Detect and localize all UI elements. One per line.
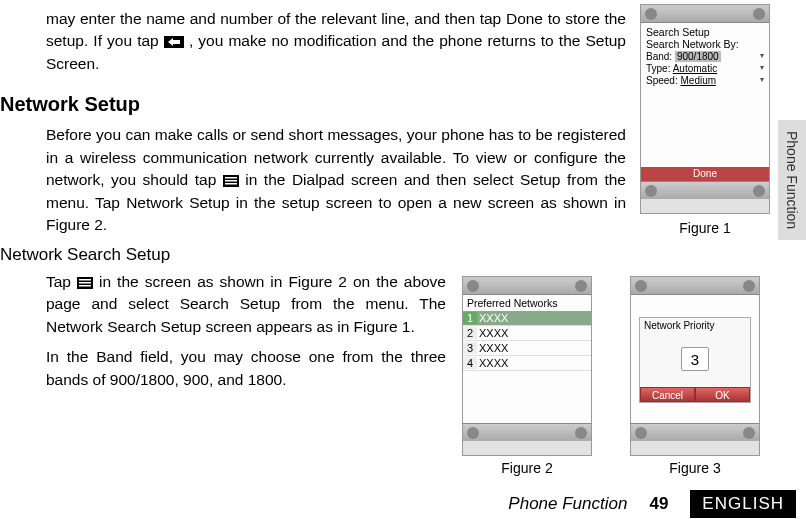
- type-label: Type:: [646, 63, 670, 74]
- band-value: 900/1800: [675, 51, 721, 62]
- speed-value: Medium: [680, 75, 716, 86]
- ss-text-pre: Tap: [46, 273, 77, 290]
- fig1-title: Search Setup: [646, 26, 764, 38]
- type-field[interactable]: Type: Automatic▾: [646, 63, 764, 74]
- intro-paragraph: may enter the name and number of the rel…: [46, 8, 626, 75]
- list-item-value: XXXX: [479, 342, 508, 354]
- dialog-title: Network Priority: [640, 318, 750, 333]
- figure-2-screenshot: Preferred Networks 1XXXX2XXXX3XXXX4XXXX: [462, 276, 592, 456]
- chevron-down-icon: ▾: [760, 51, 764, 60]
- network-priority-dialog: Network Priority 3 Cancel OK: [639, 317, 751, 403]
- fig1-titlebar: [641, 5, 769, 23]
- fig2-bottombar: [463, 423, 591, 441]
- preferred-networks-list: 1XXXX2XXXX3XXXX4XXXX: [463, 311, 591, 371]
- svg-rect-2: [225, 177, 237, 179]
- fig2-body: Preferred Networks 1XXXX2XXXX3XXXX4XXXX: [463, 295, 591, 423]
- svg-rect-8: [79, 285, 91, 287]
- list-item-value: XXXX: [479, 357, 508, 369]
- cancel-button[interactable]: Cancel: [640, 387, 695, 402]
- side-tab: Phone Function: [778, 120, 806, 240]
- footer-page-number: 49: [649, 494, 668, 514]
- band-label: Band:: [646, 51, 672, 62]
- fig2-title: Preferred Networks: [463, 295, 591, 311]
- done-button[interactable]: Done: [641, 167, 769, 181]
- page-footer: Phone Function 49 ENGLISH: [0, 489, 806, 519]
- list-item[interactable]: 1XXXX: [463, 311, 591, 326]
- page: Phone Function may enter the name and nu…: [0, 0, 806, 519]
- fig3-titlebar: [631, 277, 759, 295]
- fig1-body: Search Setup Search Network By: Band: 90…: [641, 23, 769, 181]
- speed-field[interactable]: Speed: Medium▾: [646, 75, 764, 86]
- fig2-titlebar: [463, 277, 591, 295]
- chevron-down-icon: ▾: [760, 63, 764, 72]
- band-field[interactable]: Band: 900/1800▾: [646, 51, 764, 62]
- speed-label: Speed:: [646, 75, 678, 86]
- fig3-body: Network Priority 3 Cancel OK: [631, 295, 759, 423]
- list-item-number: 2: [463, 327, 477, 339]
- list-item-value: XXXX: [479, 312, 508, 324]
- figure-3-screenshot: Network Priority 3 Cancel OK: [630, 276, 760, 456]
- ss-text-post: in the screen as shown in Figure 2 on th…: [46, 273, 446, 335]
- type-value: Automatic: [673, 63, 717, 74]
- list-item-number: 4: [463, 357, 477, 369]
- network-setup-paragraph: Before you can make calls or send short …: [46, 124, 626, 236]
- menu-icon: [223, 175, 239, 187]
- svg-rect-6: [79, 279, 91, 281]
- figure-2-caption: Figure 2: [462, 460, 592, 476]
- svg-rect-3: [225, 180, 237, 182]
- list-item[interactable]: 4XXXX: [463, 356, 591, 371]
- list-item[interactable]: 2XXXX: [463, 326, 591, 341]
- fig1-bottombar: [641, 181, 769, 199]
- list-item-number: 3: [463, 342, 477, 354]
- footer-language: ENGLISH: [690, 490, 796, 518]
- ok-button[interactable]: OK: [695, 387, 750, 402]
- svg-rect-4: [225, 183, 237, 185]
- figure-3-caption: Figure 3: [630, 460, 760, 476]
- back-arrow-icon: [164, 36, 184, 48]
- search-setup-paragraph-1: Tap in the screen as shown in Figure 2 o…: [46, 271, 446, 338]
- svg-rect-7: [79, 282, 91, 284]
- footer-section: Phone Function: [508, 494, 627, 514]
- network-setup-heading: Network Setup: [0, 93, 626, 116]
- search-setup-paragraph-2: In the Band field, you may choose one fr…: [46, 346, 446, 391]
- list-item[interactable]: 3XXXX: [463, 341, 591, 356]
- chevron-down-icon: ▾: [760, 75, 764, 84]
- figure-1-screenshot: Search Setup Search Network By: Band: 90…: [640, 4, 770, 214]
- list-item-number: 1: [463, 312, 477, 324]
- list-item-value: XXXX: [479, 327, 508, 339]
- menu-icon: [77, 277, 93, 289]
- side-tab-label: Phone Function: [784, 131, 800, 229]
- network-search-setup-heading: Network Search Setup: [0, 245, 626, 265]
- priority-value-box[interactable]: 3: [681, 347, 709, 371]
- figure-1-caption: Figure 1: [640, 220, 770, 236]
- fig1-subtitle: Search Network By:: [646, 38, 764, 50]
- fig3-bottombar: [631, 423, 759, 441]
